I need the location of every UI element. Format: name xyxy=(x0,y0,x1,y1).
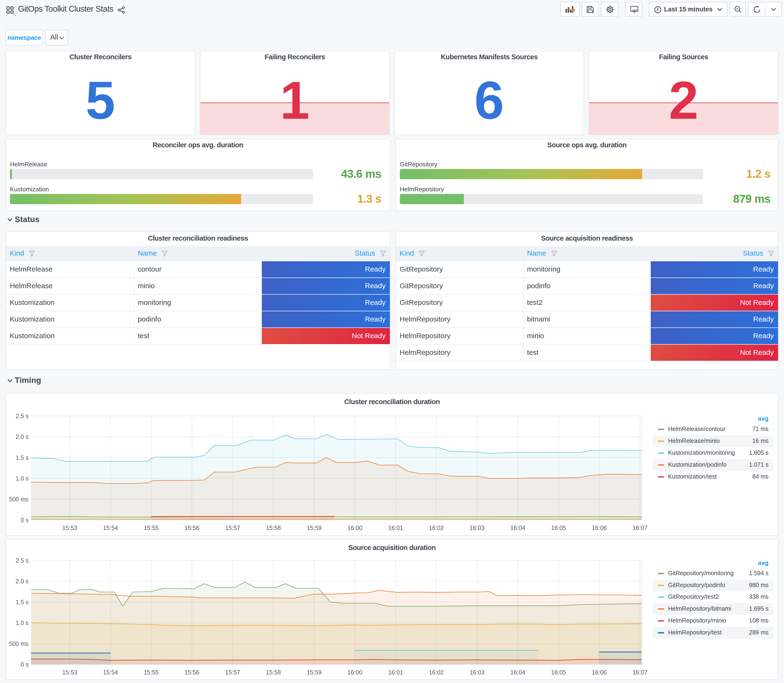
svg-text:2.0 s: 2.0 s xyxy=(16,578,29,585)
svg-text:16:04: 16:04 xyxy=(510,524,525,531)
svg-text:1.5 s: 1.5 s xyxy=(16,454,29,461)
svg-text:16:02: 16:02 xyxy=(429,524,444,531)
svg-text:1.5 s: 1.5 s xyxy=(16,599,29,605)
svg-text:1.0 s: 1.0 s xyxy=(16,475,29,482)
svg-text:16:01: 16:01 xyxy=(388,669,403,676)
svg-text:15:58: 15:58 xyxy=(266,524,281,531)
svg-text:16:00: 16:00 xyxy=(348,669,362,676)
svg-text:16:02: 16:02 xyxy=(429,669,444,676)
svg-text:15:57: 15:57 xyxy=(225,524,240,531)
svg-text:2.5 s: 2.5 s xyxy=(16,557,29,564)
svg-text:2.0 s: 2.0 s xyxy=(16,433,29,440)
svg-text:15:55: 15:55 xyxy=(144,524,159,531)
svg-text:16:01: 16:01 xyxy=(388,524,403,531)
svg-text:16:06: 16:06 xyxy=(592,669,607,676)
svg-text:15:53: 15:53 xyxy=(63,669,77,676)
svg-text:16:07: 16:07 xyxy=(633,524,648,531)
svg-text:15:55: 15:55 xyxy=(144,669,159,676)
svg-text:16:03: 16:03 xyxy=(470,669,484,676)
svg-text:16:03: 16:03 xyxy=(470,524,484,531)
svg-text:500 ms: 500 ms xyxy=(9,496,29,503)
svg-text:15:56: 15:56 xyxy=(184,524,199,531)
svg-text:500 ms: 500 ms xyxy=(9,640,29,647)
svg-text:16:05: 16:05 xyxy=(551,669,566,676)
svg-text:15:53: 15:53 xyxy=(63,524,77,531)
svg-text:16:05: 16:05 xyxy=(551,524,566,531)
svg-text:15:57: 15:57 xyxy=(225,669,240,676)
svg-text:15:54: 15:54 xyxy=(103,669,118,676)
svg-text:16:07: 16:07 xyxy=(633,669,648,676)
svg-text:15:59: 15:59 xyxy=(307,524,322,531)
svg-text:16:00: 16:00 xyxy=(348,524,362,531)
svg-text:0 s: 0 s xyxy=(21,517,29,523)
svg-text:15:58: 15:58 xyxy=(266,669,281,676)
svg-text:0 s: 0 s xyxy=(21,661,29,668)
svg-text:15:59: 15:59 xyxy=(307,669,322,676)
svg-text:15:56: 15:56 xyxy=(184,669,199,676)
svg-text:1.0 s: 1.0 s xyxy=(16,619,29,626)
svg-text:2.5 s: 2.5 s xyxy=(16,413,29,419)
svg-text:16:06: 16:06 xyxy=(592,524,607,531)
svg-text:16:04: 16:04 xyxy=(510,669,525,676)
svg-text:15:54: 15:54 xyxy=(103,524,118,531)
